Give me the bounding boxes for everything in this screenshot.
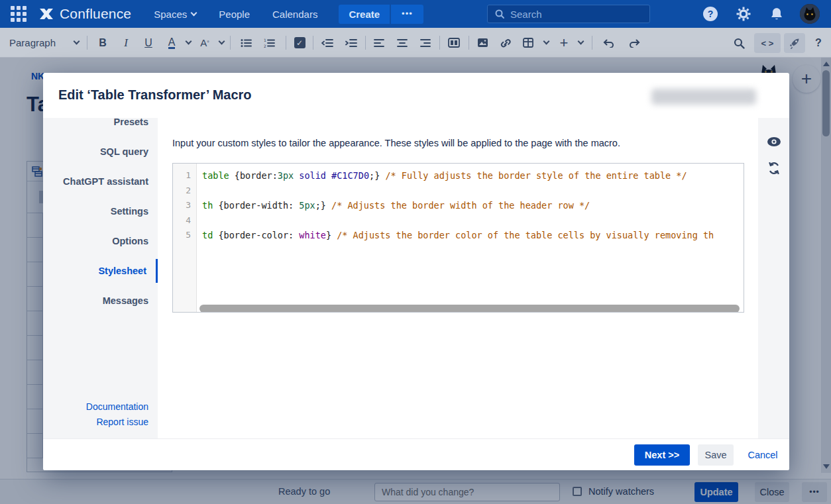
settings-gear-button[interactable]: [736, 6, 751, 22]
css-code-editor[interactable]: 12345 table {border:3px solid #C1C7D0;} …: [172, 163, 744, 313]
notifications-button[interactable]: [769, 6, 785, 22]
editor-hscrollbar-thumb[interactable]: [199, 305, 740, 313]
stylesheet-description: Input your custom styles to tailor the a…: [172, 138, 749, 148]
code-line: [202, 213, 744, 228]
app-switcher-icon[interactable]: [11, 6, 27, 22]
confluence-logo-icon: [38, 6, 54, 22]
line-number: 4: [173, 213, 196, 228]
code-line: th {border-width: 5px;} /* Adjusts the b…: [202, 198, 744, 213]
dialog-sidebar: PresetsSQL queryChatGPT assistantSetting…: [43, 118, 158, 438]
top-nav: Confluence Spaces People Calendars Creat…: [0, 0, 831, 28]
global-search[interactable]: Search: [487, 5, 650, 23]
code-line: td {border-color: white} /* Adjusts the …: [202, 228, 744, 243]
sidebar-item-presets[interactable]: Presets: [43, 110, 158, 134]
cancel-button[interactable]: Cancel: [743, 444, 783, 466]
dialog-right-rail: [758, 118, 789, 438]
create-button[interactable]: Create: [339, 5, 390, 24]
search-icon: [494, 9, 505, 19]
line-number: 3: [173, 198, 196, 213]
redacted-text: [651, 89, 756, 105]
sidebar-link-documentation[interactable]: Documentation: [43, 399, 158, 415]
sidebar-link-report-issue[interactable]: Report issue: [43, 415, 158, 430]
save-button[interactable]: Save: [698, 444, 734, 466]
dialog-footer: Next >> Save Cancel: [43, 438, 789, 470]
gear-icon: [736, 6, 751, 22]
code-line: table {border:3px solid #C1C7D0;} /* Ful…: [202, 168, 744, 183]
sidebar-item-messages[interactable]: Messages: [43, 289, 158, 313]
notification-bell-icon: [769, 7, 784, 21]
nav-people[interactable]: People: [219, 9, 250, 20]
search-placeholder: Search: [510, 9, 542, 20]
create-more-button[interactable]: •••: [390, 5, 423, 24]
line-number: 2: [173, 183, 196, 199]
sidebar-item-stylesheet[interactable]: Stylesheet: [43, 259, 158, 283]
user-avatar[interactable]: [800, 4, 820, 24]
line-number-gutter: 12345: [173, 164, 197, 312]
edit-macro-dialog: Edit ‘Table Transformer’ Macro PresetsSQ…: [43, 73, 789, 470]
nav-calendars[interactable]: Calendars: [272, 9, 317, 20]
dialog-title: Edit ‘Table Transformer’ Macro: [58, 87, 252, 103]
sidebar-item-sql-query[interactable]: SQL query: [43, 140, 158, 164]
cat-avatar-icon: [800, 4, 820, 24]
confluence-logo[interactable]: Confluence: [38, 6, 131, 22]
product-name: Confluence: [60, 6, 131, 22]
chevron-down-icon: [191, 9, 197, 16]
confluence-app: Confluence Spaces People Calendars Creat…: [0, 0, 831, 504]
sidebar-item-chatgpt-assistant[interactable]: ChatGPT assistant: [43, 170, 158, 193]
code-line: [202, 183, 744, 199]
preview-eye-icon[interactable]: [767, 136, 781, 147]
next-button[interactable]: Next >>: [634, 444, 690, 466]
modal-blanket-toolbar: [0, 28, 831, 58]
help-button[interactable]: ?: [703, 7, 718, 21]
line-number: 1: [173, 168, 196, 183]
sidebar-item-options[interactable]: Options: [43, 229, 158, 253]
line-number: 5: [173, 228, 196, 243]
sidebar-item-settings[interactable]: Settings: [43, 199, 158, 223]
nav-spaces[interactable]: Spaces: [154, 9, 196, 20]
code-area[interactable]: table {border:3px solid #C1C7D0;} /* Ful…: [197, 164, 744, 312]
refresh-icon[interactable]: [767, 162, 781, 175]
